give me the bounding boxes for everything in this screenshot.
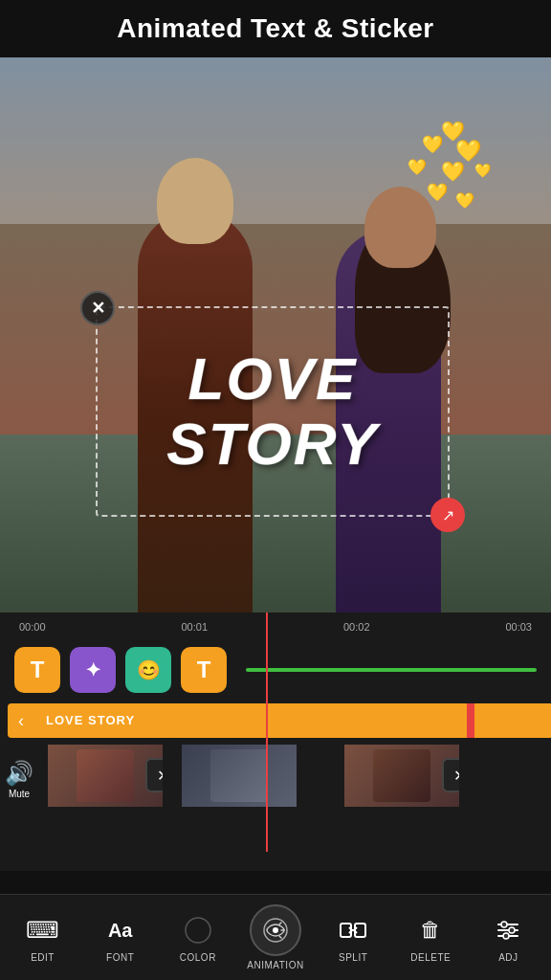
ruler-mark-2: 00:02 [343, 621, 370, 633]
thumbnail-3: ✕ [344, 745, 459, 807]
track-icon-emoji[interactable]: 😊 [125, 647, 171, 693]
split-icon [335, 912, 371, 948]
page-title: Animated Text & Sticker [117, 13, 434, 44]
text-line1: LOVE [188, 345, 358, 412]
thumb-image-1 [77, 749, 134, 802]
keyboard-icon: ⌨ [25, 912, 61, 948]
svg-point-12 [503, 933, 509, 939]
toolbar-item-adj[interactable]: ADJ [470, 912, 547, 963]
heart-6: 💛 [474, 163, 491, 178]
svg-rect-4 [341, 924, 351, 937]
svg-point-11 [509, 927, 515, 933]
delete-icon: 🗑 [412, 912, 449, 948]
ruler-mark-1: 00:01 [181, 621, 208, 633]
toolbar-item-split[interactable]: SPLIT [315, 912, 392, 963]
timeline-area: 00:00 00:01 00:02 00:03 T ✦ 😊 T ‹ LOVE S… [0, 612, 551, 871]
toolbar-item-font[interactable]: Aa FONT [81, 912, 159, 963]
edit-label: EDIT [31, 952, 55, 963]
resize-handle[interactable]: ↗ [430, 498, 465, 532]
mute-button[interactable]: 🔊 Mute [5, 760, 33, 799]
svg-point-10 [501, 922, 507, 927]
color-label: COLOR [180, 952, 216, 963]
toolbar-item-edit[interactable]: ⌨ EDIT [4, 912, 81, 963]
text-line2: STORY [166, 411, 378, 477]
track-icon-text2[interactable]: T [181, 647, 227, 693]
svg-rect-5 [355, 924, 365, 937]
thumb-inner-2 [182, 745, 297, 807]
toolbar-item-delete[interactable]: 🗑 DELETE [392, 912, 470, 963]
heart-2: 💛 [422, 134, 443, 155]
text-overlay: LOVE STORY [166, 346, 378, 477]
track-icon-sticker1[interactable]: ✦ [70, 647, 116, 693]
heart-5: 💛 [441, 160, 465, 183]
close-button[interactable]: ✕ [80, 291, 115, 325]
svg-point-3 [273, 927, 278, 933]
ruler-mark-0: 00:00 [19, 621, 46, 633]
clip-spacer [474, 703, 551, 738]
bottom-toolbar: ⌨ EDIT Aa FONT COLOR ANI [0, 894, 551, 980]
svg-point-1 [193, 925, 203, 935]
font-icon: Aa [102, 912, 139, 948]
animation-icon [250, 904, 301, 956]
text-selection-box[interactable]: ✕ LOVE STORY ↗ [96, 306, 450, 517]
heart-7: 💛 [427, 182, 448, 203]
adj-icon [490, 912, 526, 948]
mute-label: Mute [9, 789, 30, 799]
person-left-head [157, 158, 233, 244]
hearts-sticker: 💛 💛 💛 💛 💛 💛 💛 💛 [388, 120, 503, 263]
heart-4: 💛 [408, 158, 427, 176]
font-label: FONT [106, 952, 134, 963]
thumb-image-2 [210, 749, 268, 802]
color-icon [180, 912, 216, 948]
track-green-line [246, 668, 537, 672]
timeline-ruler: 00:00 00:01 00:02 00:03 [0, 612, 551, 641]
toolbar-item-color[interactable]: COLOR [159, 912, 236, 963]
ruler-marks: 00:00 00:01 00:02 00:03 [19, 621, 532, 633]
clip-label[interactable]: LOVE STORY [34, 703, 467, 738]
animation-label: ANIMATION [247, 960, 303, 970]
video-area: 💛 💛 💛 💛 💛 💛 💛 💛 ✕ LOVE STORY ↗ [0, 57, 551, 612]
thumb-divider-1[interactable]: ✕ [145, 758, 163, 792]
toolbar-item-animation[interactable]: ANIMATION [236, 904, 314, 970]
playhead [266, 612, 268, 852]
thumb-image-3 [373, 749, 430, 802]
track-icon-text1[interactable]: T [14, 647, 60, 693]
thumb-divider-2[interactable]: ✕ [442, 758, 459, 792]
heart-8: 💛 [455, 191, 474, 210]
header: Animated Text & Sticker [0, 0, 551, 57]
thumbnails-row: 🔊 Mute ✕ ✕ [0, 743, 551, 808]
adj-label: ADJ [498, 952, 518, 963]
delete-label: DELETE [410, 952, 451, 963]
ruler-mark-3: 00:03 [505, 621, 532, 633]
clip-row: ‹ LOVE STORY [8, 702, 551, 739]
mute-icon: 🔊 [5, 760, 33, 787]
clip-red-bar [467, 703, 474, 738]
clip-arrow[interactable]: ‹ [8, 703, 34, 738]
thumbnail-2 [182, 745, 297, 807]
thumbnail-1: ✕ [48, 745, 163, 807]
track-icons-row: T ✦ 😊 T [0, 641, 551, 699]
split-label: SPLIT [339, 952, 367, 963]
